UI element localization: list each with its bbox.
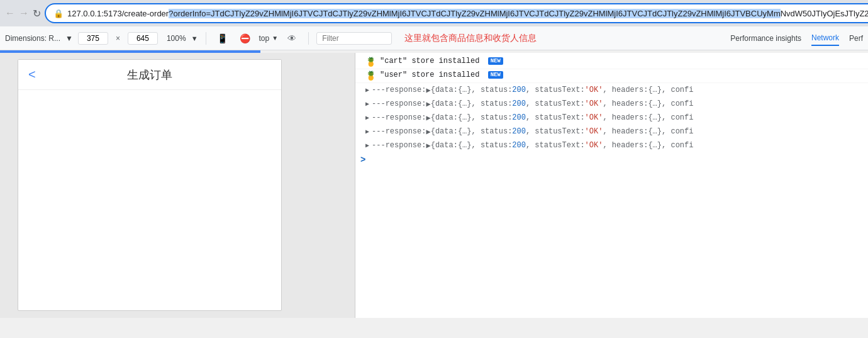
back-button[interactable]: ←: [5, 4, 15, 22]
annotation-text: 这里就包含商品信息和收货人信息: [404, 33, 537, 44]
console-line-user: 🍍 "user" store installed NEW: [355, 69, 868, 83]
zoom-arrow[interactable]: ▼: [191, 35, 198, 42]
response-expand-4: ▶: [426, 127, 430, 137]
pineapple-icon-cart: 🍍: [365, 57, 376, 67]
expand-arrow-3: ▶: [365, 114, 369, 121]
separator-2: [308, 32, 309, 45]
new-badge-user: NEW: [488, 71, 503, 79]
cursor-line[interactable]: >: [355, 152, 868, 167]
context-arrow: ▼: [272, 35, 278, 42]
console-line-cart: 🍍 "cart" store installed NEW: [355, 55, 868, 69]
response-line-5[interactable]: ▶ ---response: ▶ {data: {…} , status: 20…: [355, 138, 868, 152]
zoom-value: 100%: [167, 34, 186, 43]
mobile-header: < 生成订单: [18, 60, 281, 90]
response-line-4[interactable]: ▶ ---response: ▶ {data: {…} , status: 20…: [355, 125, 868, 138]
mobile-back-button[interactable]: <: [28, 67, 36, 82]
dim-x-separator: ×: [116, 34, 120, 43]
lock-icon: 🔒: [53, 9, 64, 18]
context-label: top: [259, 34, 270, 43]
height-input[interactable]: [128, 32, 158, 45]
right-panel: 🍍 "cart" store installed NEW 🍍 "user" st…: [355, 53, 868, 318]
response-line-1[interactable]: ▶ ---response: ▶ {data: {…} , status: 20…: [355, 83, 868, 97]
cart-store-text: "cart" store installed NEW: [380, 57, 503, 65]
forward-button[interactable]: →: [19, 4, 29, 22]
tab-perf[interactable]: Perf: [849, 31, 863, 45]
filter-input[interactable]: [316, 32, 392, 45]
new-badge-cart: NEW: [488, 57, 503, 65]
device-toolbar-btn[interactable]: 📱: [214, 30, 231, 47]
main-content: < 生成订单 🍍 "cart" store installed NEW 🍍 "u…: [0, 53, 868, 318]
response-prefix-3: ---response:: [372, 113, 426, 122]
eye-btn[interactable]: 👁: [283, 30, 301, 47]
address-bar[interactable]: 🔒 127.0.0.1:5173/create-order?orderInfo=…: [45, 3, 868, 23]
response-prefix-2: ---response:: [372, 99, 426, 108]
tab-performance-insights[interactable]: Performance insights: [730, 31, 801, 45]
mobile-frame: < 生成订单: [18, 59, 282, 311]
expand-arrow-5: ▶: [365, 142, 369, 149]
stop-btn[interactable]: ⛔: [236, 30, 254, 47]
dimensions-label: Dimensions: R...: [5, 34, 60, 43]
response-prefix-5: ---response:: [372, 141, 426, 150]
cursor-symbol: >: [360, 155, 365, 165]
response-prefix-1: ---response:: [372, 86, 426, 94]
url-prefix: 127.0.0.1:5173/create-order: [67, 9, 169, 18]
response-prefix-4: ---response:: [372, 127, 426, 136]
response-expand-3: ▶: [426, 113, 430, 123]
response-expand-5: ▶: [426, 141, 430, 150]
toolbar-tabs: Performance insights Network Perf: [730, 31, 863, 46]
expand-arrow-4: ▶: [365, 128, 369, 135]
tab-network[interactable]: Network: [811, 31, 839, 46]
user-store-text: "user" store installed NEW: [380, 70, 503, 79]
separator-1: [206, 32, 206, 45]
left-panel: < 生成订单: [0, 53, 355, 318]
response-expand-2: ▶: [426, 99, 430, 109]
mobile-page-title: 生成订单: [127, 67, 172, 82]
console-output: 🍍 "cart" store installed NEW 🍍 "user" st…: [355, 53, 868, 318]
response-line-2[interactable]: ▶ ---response: ▶ {data: {…} , status: 20…: [355, 97, 868, 111]
url-query-highlighted: ?orderInfo=JTdCJTlyZ29vZHMlMjI6JTVCJTdCJ…: [169, 9, 781, 18]
devtools-toolbar: Dimensions: R... ▼ × 100% ▼ 📱 ⛔ top ▼ 👁 …: [0, 26, 868, 50]
cart-store-label: "cart" store installed: [380, 57, 479, 65]
response-line-3[interactable]: ▶ ---response: ▶ {data: {…} , status: 20…: [355, 111, 868, 125]
expand-arrow-2: ▶: [365, 100, 369, 108]
address-text: 127.0.0.1:5173/create-order?orderInfo=JT…: [67, 9, 868, 18]
pineapple-icon-user: 🍍: [365, 70, 376, 81]
width-input[interactable]: [78, 32, 108, 45]
response-expand-1: ▶: [426, 86, 430, 95]
nav-bar: ← → ↻ 🔒 127.0.0.1:5173/create-order?orde…: [0, 0, 868, 26]
url-suffix: NvdW50JTlyOjEsJTlyZ29vZHI: [781, 9, 868, 18]
dimensions-dropdown-arrow[interactable]: ▼: [65, 34, 73, 43]
expand-arrow-1: ▶: [365, 86, 369, 94]
user-store-label: "user" store installed: [380, 70, 479, 79]
reload-button[interactable]: ↻: [33, 4, 41, 22]
context-select[interactable]: top ▼: [259, 34, 279, 43]
